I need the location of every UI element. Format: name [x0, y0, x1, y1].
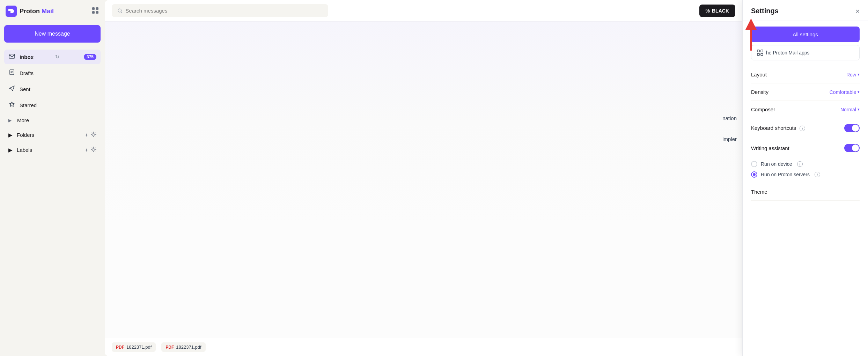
pdf-icon-1: PDF	[116, 345, 124, 350]
labels-chevron-icon: ▶	[8, 147, 13, 153]
proton-apps-container: he Proton Mail apps	[751, 45, 860, 60]
labels-add-icon[interactable]: +	[85, 147, 88, 153]
settings-header: Settings ×	[743, 0, 868, 21]
sent-icon	[8, 85, 15, 93]
theme-label: Theme	[751, 189, 767, 195]
settings-row-writing-assistant: Writing assistant ✓	[751, 138, 860, 158]
main-content: % BLACK nation impler PDF 1822371.pdf PD…	[105, 0, 742, 356]
star-icon	[8, 101, 15, 109]
apps-grid-icon[interactable]	[91, 7, 99, 16]
sidebar-item-starred[interactable]: Starred	[4, 98, 101, 112]
keyboard-shortcuts-label: Keyboard shortcuts i	[751, 125, 805, 132]
settings-row-keyboard-shortcuts: Keyboard shortcuts i ✓	[751, 118, 860, 138]
folders-label: Folders	[17, 132, 34, 138]
inbox-badge: 375	[84, 54, 96, 60]
settings-close-button[interactable]: ×	[855, 8, 860, 15]
logo[interactable]: Proton Mail	[6, 6, 54, 17]
svg-rect-5	[96, 11, 98, 14]
sent-label: Sent	[20, 86, 30, 92]
attachment-filename-2: 1822371.pdf	[176, 344, 201, 350]
attachment-item-1[interactable]: PDF 1822371.pdf	[112, 342, 156, 352]
composer-label: Composer	[751, 106, 775, 112]
attachment-filename-1: 1822371.pdf	[126, 344, 152, 350]
settings-row-composer: Composer Normal ▾	[751, 101, 860, 118]
settings-row-density: Density Comfortable ▾	[751, 83, 860, 101]
proton-logo-icon	[6, 6, 17, 17]
keyboard-shortcuts-info-icon[interactable]: i	[800, 126, 805, 131]
radio-run-on-proton[interactable]: Run on Proton servers i	[751, 171, 860, 178]
inbox-label: Inbox	[20, 54, 34, 60]
new-message-button[interactable]: New message	[4, 25, 101, 43]
radio-device-circle	[751, 161, 757, 167]
sidebar-item-more[interactable]: ▶ More	[4, 114, 101, 127]
composer-value[interactable]: Normal ▾	[840, 107, 860, 112]
labels-settings-icon[interactable]	[91, 147, 96, 153]
folders-add-icon[interactable]: +	[85, 132, 88, 138]
writing-assistant-label: Writing assistant	[751, 145, 789, 151]
attachment-item-2[interactable]: PDF 1822371.pdf	[161, 342, 205, 352]
svg-rect-6	[9, 54, 15, 58]
sidebar-section-folders[interactable]: ▶ Folders +	[4, 128, 101, 142]
proton-apps-button[interactable]: he Proton Mail apps	[751, 45, 860, 60]
radio-device-label: Run on device	[761, 161, 792, 167]
proton-apps-label: he Proton Mail apps	[766, 50, 810, 55]
radio-device-info-icon[interactable]: i	[797, 161, 803, 167]
apps-icon	[757, 50, 763, 56]
density-chevron-icon: ▾	[858, 90, 860, 94]
radio-proton-circle	[751, 171, 757, 178]
sidebar-section-labels[interactable]: ▶ Labels +	[4, 143, 101, 157]
svg-rect-12	[757, 50, 759, 52]
density-value[interactable]: Comfortable ▾	[830, 89, 860, 95]
partial-text-nation: nation	[717, 112, 742, 124]
radio-proton-dot	[753, 173, 756, 176]
settings-row-layout: Layout Row ▾	[751, 66, 860, 83]
topbar: % BLACK	[105, 0, 742, 22]
more-label: More	[17, 117, 29, 123]
logo-area: Proton Mail	[4, 6, 101, 17]
email-bg-gradient	[105, 22, 742, 356]
drafts-icon	[8, 69, 15, 77]
svg-rect-15	[761, 53, 763, 55]
inbox-icon	[8, 53, 15, 61]
svg-rect-13	[761, 50, 763, 52]
search-box[interactable]	[112, 4, 328, 17]
search-input[interactable]	[125, 8, 323, 14]
folders-actions: +	[85, 132, 96, 138]
sidebar-item-sent[interactable]: Sent	[4, 82, 101, 96]
layout-chevron-icon: ▾	[858, 72, 860, 77]
starred-label: Starred	[20, 102, 37, 108]
sidebar-item-inbox[interactable]: Inbox ↻ 375	[4, 50, 101, 64]
black-friday-button[interactable]: % BLACK	[699, 5, 735, 17]
svg-rect-2	[92, 7, 95, 10]
logo-text: Proton Mail	[20, 8, 54, 15]
refresh-icon[interactable]: ↻	[55, 54, 59, 60]
layout-value[interactable]: Row ▾	[846, 72, 860, 77]
more-chevron-icon: ▶	[8, 118, 12, 123]
folders-settings-icon[interactable]	[91, 132, 96, 138]
radio-proton-info-icon[interactable]: i	[815, 172, 820, 177]
radio-run-on-device[interactable]: Run on device i	[751, 161, 860, 167]
svg-point-8	[93, 134, 94, 135]
attachment-bar: PDF 1822371.pdf PDF 1822371.pdf	[105, 338, 742, 356]
writing-assistant-toggle[interactable]: ✓	[844, 144, 860, 152]
email-content-area: nation impler PDF 1822371.pdf PDF 182237…	[105, 22, 742, 356]
radio-proton-label: Run on Proton servers	[761, 172, 810, 177]
svg-point-9	[93, 149, 94, 150]
black-friday-percent: %	[706, 8, 710, 14]
drafts-label: Drafts	[20, 70, 34, 76]
writing-toggle-thumb	[852, 144, 859, 151]
svg-rect-4	[92, 11, 95, 14]
settings-row-theme: Theme	[751, 183, 860, 201]
composer-chevron-icon: ▾	[858, 107, 860, 112]
labels-actions: +	[85, 147, 96, 153]
folders-chevron-icon: ▶	[8, 132, 13, 138]
search-icon	[117, 8, 123, 14]
sidebar: Proton Mail New message Inbox ↻ 375	[0, 0, 105, 356]
keyboard-shortcuts-toggle[interactable]: ✓	[844, 124, 860, 132]
pdf-icon-2: PDF	[165, 345, 174, 350]
sidebar-item-drafts[interactable]: Drafts	[4, 66, 101, 80]
toggle-thumb	[852, 125, 859, 132]
settings-body: Layout Row ▾ Density Comfortable ▾ Compo…	[743, 63, 868, 203]
labels-label: Labels	[17, 147, 32, 153]
all-settings-button[interactable]: All settings	[751, 27, 860, 42]
